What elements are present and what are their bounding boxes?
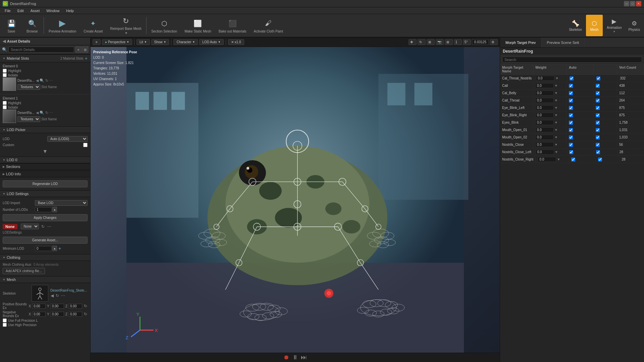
element-1-browse-icon[interactable]: ⋯ bbox=[49, 111, 53, 115]
minimize-button[interactable]: ─ bbox=[624, 1, 629, 6]
lod-none-browse-icon[interactable]: ⋯ bbox=[47, 224, 52, 229]
skeleton-find-icon[interactable]: ◀ bbox=[50, 293, 54, 298]
row-3-weight-arrow[interactable]: ▼ bbox=[554, 99, 558, 102]
vp-angle-button[interactable]: 5° bbox=[463, 39, 471, 45]
record-button[interactable]: ⏺ bbox=[283, 354, 289, 361]
row-8-weight-arrow[interactable]: ▼ bbox=[554, 135, 558, 139]
vp-snap-button[interactable]: 1 bbox=[454, 39, 462, 45]
preview-animation-button[interactable]: ▶ Preview Animation bbox=[45, 15, 79, 36]
row-0-weight-arrow[interactable]: ▼ bbox=[555, 76, 558, 80]
row-1-weight-arrow[interactable]: ▼ bbox=[554, 84, 558, 87]
menu-window[interactable]: Window bbox=[43, 7, 63, 14]
activate-cloth-paint-button[interactable]: 🖌 Activate Cloth Paint bbox=[251, 15, 286, 36]
row-6-extra-check[interactable] bbox=[596, 121, 600, 125]
row-2-weight-arrow[interactable]: ▼ bbox=[554, 91, 558, 95]
lod-info-header[interactable]: ▶ LOD Info bbox=[0, 171, 90, 177]
element-0-search-icon[interactable]: 🔍 bbox=[40, 78, 44, 83]
vp-scale-button[interactable]: ⊞ bbox=[427, 39, 435, 45]
add-apex-button[interactable]: Add APEX clothing file... bbox=[3, 268, 45, 274]
minimum-lod-add-button[interactable]: + bbox=[58, 246, 62, 251]
perspective-button[interactable]: ● Perspective ▼ bbox=[102, 39, 132, 45]
row-4-weight-arrow[interactable]: ▼ bbox=[554, 106, 558, 110]
menu-file[interactable]: File bbox=[1, 7, 14, 14]
grid-view-icon[interactable]: ⊞ bbox=[82, 47, 88, 53]
material-slots-header[interactable]: ▼ Material Slots 2 Material Slots + bbox=[0, 54, 90, 62]
element-0-highlight-check[interactable] bbox=[3, 69, 7, 73]
row-0-extra-check[interactable] bbox=[596, 76, 600, 80]
row-3-extra-check[interactable] bbox=[596, 99, 600, 103]
mesh-button[interactable]: ⬡ Mesh bbox=[586, 15, 603, 36]
show-button[interactable]: Show ▼ bbox=[151, 39, 169, 45]
negative-bounds-y[interactable] bbox=[51, 312, 64, 317]
row-9-weight-arrow[interactable]: ▼ bbox=[554, 143, 558, 146]
browse-button[interactable]: 🔍 Browse bbox=[22, 15, 42, 36]
row-8-extra-check[interactable] bbox=[596, 135, 600, 139]
close-button[interactable]: ✕ bbox=[636, 1, 641, 6]
apply-changes-button[interactable]: Apply Changes bbox=[3, 214, 88, 221]
positive-bounds-y[interactable] bbox=[51, 304, 64, 309]
viewport-canvas[interactable]: X Y Z Previewing Reference Pose LOD: 0 C… bbox=[91, 47, 500, 353]
skeleton-button[interactable]: 🦴 Skeleton bbox=[566, 15, 585, 36]
row-7-weight-arrow[interactable]: ▼ bbox=[554, 128, 558, 132]
row-9-extra-check[interactable] bbox=[596, 143, 600, 147]
element-1-reset-icon[interactable]: ↻ bbox=[45, 111, 48, 115]
row-10-auto-check[interactable] bbox=[569, 150, 573, 154]
num-lods-up[interactable]: ▲ bbox=[52, 207, 57, 212]
vp-settings-button[interactable]: ⚙ bbox=[490, 39, 498, 45]
pause-button[interactable]: ⏸ bbox=[292, 354, 298, 361]
viewport-menu-button[interactable]: ≡ bbox=[93, 39, 101, 45]
positive-bounds-x[interactable] bbox=[32, 304, 46, 309]
row-11-extra-check[interactable] bbox=[598, 158, 602, 162]
negative-bounds-x[interactable] bbox=[32, 312, 46, 317]
lod-settings-header[interactable]: ▼ LOD Settings bbox=[0, 190, 90, 197]
scale-button[interactable]: ✕ x1.0 bbox=[228, 39, 244, 45]
row-8-auto-check[interactable] bbox=[569, 135, 573, 139]
morph-target-prev-tab[interactable]: Morph Target Prev bbox=[500, 38, 541, 47]
preview-scene-sett-tab[interactable]: Preview Scene Sett bbox=[541, 38, 585, 47]
section-selection-button[interactable]: ⬡ Section Selection bbox=[148, 15, 180, 36]
row-10-extra-check[interactable] bbox=[596, 150, 600, 154]
regenerate-lod-button[interactable]: Regenerate LOD bbox=[3, 180, 88, 187]
skeleton-reset-icon[interactable]: ↻ bbox=[55, 293, 59, 298]
character-button[interactable]: Character ▼ bbox=[173, 39, 198, 45]
row-1-extra-check[interactable] bbox=[596, 84, 600, 88]
row-6-weight-arrow[interactable]: ▼ bbox=[554, 121, 558, 124]
row-4-weight-input[interactable] bbox=[535, 105, 554, 110]
panel-collapse-icon[interactable]: ◀ bbox=[3, 39, 6, 44]
lod-none-reset-icon[interactable]: ↻ bbox=[41, 224, 45, 229]
row-7-extra-check[interactable] bbox=[596, 128, 600, 132]
row-8-weight-input[interactable] bbox=[535, 135, 554, 140]
custom-checkbox[interactable] bbox=[83, 143, 88, 147]
row-7-auto-check[interactable] bbox=[569, 128, 573, 132]
menu-help[interactable]: Help bbox=[63, 7, 77, 14]
row-3-auto-check[interactable] bbox=[569, 99, 573, 103]
sections-header[interactable]: ▶ Sections bbox=[0, 163, 90, 170]
row-7-weight-input[interactable] bbox=[535, 127, 554, 132]
element-0-reset-icon[interactable]: ↻ bbox=[45, 78, 48, 83]
row-5-weight-arrow[interactable]: ▼ bbox=[554, 113, 558, 117]
search-input[interactable] bbox=[8, 47, 74, 53]
save-button[interactable]: 💾 Save bbox=[1, 15, 21, 36]
menu-edit[interactable]: Edit bbox=[14, 7, 27, 14]
row-9-auto-check[interactable] bbox=[569, 143, 573, 147]
lod-select[interactable]: Auto (LOD0) bbox=[47, 136, 88, 142]
mesh-header[interactable]: ▼ Mesh bbox=[0, 276, 90, 283]
reimport-base-mesh-button[interactable]: ↻ Reimport Base Mesh ▼ bbox=[107, 15, 145, 36]
bake-out-materials-button[interactable]: ⬛ Bake out Materials bbox=[215, 15, 250, 36]
generate-asset-button[interactable]: Generate Asset... bbox=[3, 237, 88, 244]
vp-grid-button[interactable]: ⊞ bbox=[445, 39, 453, 45]
physics-button[interactable]: ⚙ Physics bbox=[626, 15, 643, 36]
element-1-find-icon[interactable]: ◀ bbox=[36, 111, 39, 115]
add-material-button[interactable]: + bbox=[85, 56, 88, 61]
row-11-auto-check[interactable] bbox=[571, 158, 575, 162]
high-precision-check[interactable] bbox=[3, 323, 7, 327]
row-11-weight-input[interactable] bbox=[538, 157, 556, 162]
row-0-weight-input[interactable] bbox=[536, 76, 554, 81]
maximize-button[interactable]: □ bbox=[630, 1, 635, 6]
lod-import-select[interactable]: Base LOD bbox=[35, 200, 88, 206]
lod-none-select[interactable]: None bbox=[21, 224, 39, 229]
row-2-extra-check[interactable] bbox=[596, 91, 600, 95]
row-0-auto-check[interactable] bbox=[570, 76, 574, 80]
row-3-weight-input[interactable] bbox=[535, 98, 554, 103]
row-10-weight-input[interactable] bbox=[536, 149, 554, 155]
